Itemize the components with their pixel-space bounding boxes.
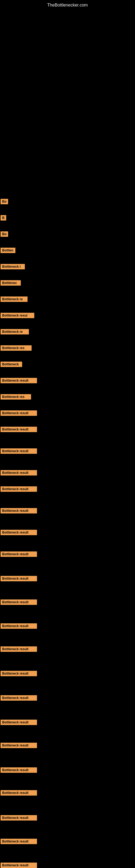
bottleneck-label[interactable]: Bottleneck result [1,599,37,605]
result-row: Bottleneck result [1,720,37,726]
result-row: Bottleneck result [1,508,37,515]
bottleneck-label[interactable]: Bottleneck result [1,427,37,432]
result-row: Bottleneck r [1,264,25,271]
bottleneck-label[interactable]: Bottlenec [1,280,21,286]
result-row: Bottleneck result [1,410,37,417]
bottleneck-label[interactable]: Bottleneck result [1,743,37,748]
bottleneck-label[interactable]: Bottleneck result [1,863,37,868]
result-row: Bottleneck result [1,470,37,476]
bottleneck-label[interactable]: Bottleneck result [1,530,37,535]
result-row: Bottleneck result [1,815,37,822]
bottleneck-label[interactable]: Bottleneck result [1,767,37,773]
bottleneck-label[interactable]: Bottleneck result [1,623,37,629]
result-row: Bottleneck res [1,345,32,352]
result-row: Bottleneck re [1,329,29,336]
result-row: B [1,215,6,222]
result-row: Bottleneck result [1,552,37,558]
result-row: Bottlenec [1,280,21,287]
bottleneck-label[interactable]: Bottleneck result [1,448,37,454]
result-row: Bottleneck result [1,839,37,845]
bottleneck-label[interactable]: Bottleneck res [1,345,32,351]
result-row: Bottleneck result [1,646,37,653]
result-row: Bottleneck result [1,486,37,493]
result-row: Bottleneck re [1,297,28,303]
result-row: Bottleneck result [1,378,37,384]
result-row: Bo [1,199,8,205]
result-row: Bottleneck result [1,427,37,433]
bottleneck-label[interactable]: Bottleneck result [1,576,37,581]
result-row: Bottleneck result [1,671,37,677]
bottleneck-label[interactable]: Bottleneck res [1,394,31,400]
bottleneck-label[interactable]: B [1,215,6,220]
bottleneck-label[interactable]: Bottleneck result [1,508,37,514]
main-content: BoBBoBottlenBottleneck rBottlenecBottlen… [0,9,135,868]
bottleneck-label[interactable]: Bo [1,231,8,237]
result-row: Bottleneck resul [1,313,34,319]
bottleneck-label[interactable]: Bottleneck result [1,378,37,383]
bottleneck-label[interactable]: Bottleneck result [1,839,37,844]
result-row: Bottlen [1,248,15,254]
bottleneck-label[interactable]: Bottleneck result [1,646,37,652]
result-row: Bottleneck result [1,863,37,868]
result-row: Bottleneck result [1,790,37,797]
result-row: Bottleneck res [1,394,31,401]
bottleneck-label[interactable]: Bottleneck result [1,486,37,492]
bottleneck-label[interactable]: Bottleneck resul [1,313,34,318]
bottleneck-label[interactable]: Bottleneck re [1,329,29,335]
result-row: Bottleneck result [1,448,37,455]
result-row: Bottleneck result [1,695,37,702]
bottleneck-label[interactable]: Bottleneck result [1,410,37,416]
bottleneck-label[interactable]: Bo [1,199,8,204]
bottleneck-label[interactable]: Bottleneck result [1,790,37,796]
result-row: Bottleneck [1,362,22,368]
result-row: Bo [1,231,8,238]
bottleneck-label[interactable]: Bottleneck [1,362,22,367]
site-title: TheBottlenecker.com [0,0,135,9]
result-row: Bottleneck result [1,623,37,630]
result-row: Bottleneck result [1,599,37,606]
bottleneck-label[interactable]: Bottleneck result [1,470,37,475]
bottleneck-label[interactable]: Bottleneck result [1,671,37,676]
bottleneck-label[interactable]: Bottleneck re [1,297,28,302]
bottleneck-label[interactable]: Bottlen [1,248,15,253]
result-row: Bottleneck result [1,576,37,582]
result-row: Bottleneck result [1,743,37,749]
bottleneck-label[interactable]: Bottleneck r [1,264,25,269]
result-row: Bottleneck result [1,767,37,774]
bottleneck-label[interactable]: Bottleneck result [1,720,37,725]
bottleneck-label[interactable]: Bottleneck result [1,552,37,557]
bottleneck-label[interactable]: Bottleneck result [1,815,37,820]
result-row: Bottleneck result [1,530,37,536]
bottleneck-label[interactable]: Bottleneck result [1,695,37,701]
